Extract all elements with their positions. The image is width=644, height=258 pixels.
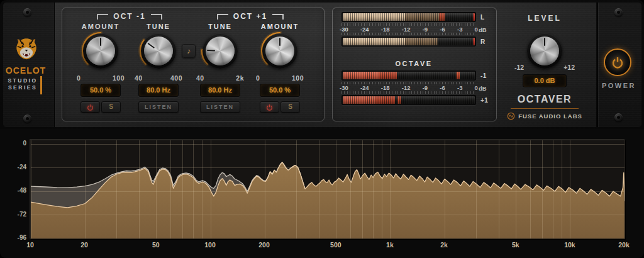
meter-scale-tick-label: 0 xyxy=(475,84,478,91)
knob-pointer xyxy=(207,50,215,52)
screw-icon xyxy=(23,8,31,16)
company-name: FUSE AUDIO LABS xyxy=(518,113,582,120)
bracket-icon xyxy=(151,14,162,20)
db-unit-label: dB xyxy=(479,26,491,33)
meter-scale-tick-label: -24 xyxy=(360,26,369,33)
level-min-label: -12 xyxy=(514,64,524,71)
analyzer-x-tick-label: 50 xyxy=(145,241,167,249)
bracket-icon xyxy=(97,14,108,20)
tune-link-button[interactable]: ♪ xyxy=(182,44,196,58)
oct1-amount-knob[interactable] xyxy=(80,31,121,71)
screw-icon xyxy=(614,113,623,121)
level-value[interactable]: 0.0 dB xyxy=(523,74,567,87)
meter-scale-tick-label: -24 xyxy=(360,84,369,91)
power-label: POWER xyxy=(595,82,643,89)
knob-max-label: 2k xyxy=(236,74,244,82)
analyzer-x-tick-label: 10 xyxy=(19,241,41,249)
octave-down-meter xyxy=(341,70,476,81)
oct1-amount-column: AMOUNT 0100 50.0 % S xyxy=(75,23,126,117)
oct1-listen-button[interactable]: LISTEN xyxy=(138,101,179,113)
oct2-power-button[interactable] xyxy=(260,101,279,113)
analyzer-x-tick-label: 200 xyxy=(253,241,275,249)
level-label: LEVEL xyxy=(507,14,582,23)
octave-meter-scale: -30-24-18-12-9-6-30 xyxy=(340,84,478,91)
spectrum-curves xyxy=(31,140,625,238)
logo-subtitle-series: SERIES xyxy=(6,84,39,91)
knob-pointer xyxy=(100,38,102,46)
meter-label-minus-1: -1 xyxy=(480,72,496,79)
oct1-tune-column: TUNE 40400 80.0 Hz LISTEN xyxy=(133,23,184,117)
meter-label-l: L xyxy=(480,14,496,21)
input-meter-right xyxy=(341,36,476,47)
spectrum-analyzer: 0-24-48-72-96 1020501002005001k2k5k10k20… xyxy=(0,129,644,258)
knob-min-label: 40 xyxy=(196,74,204,82)
octave-up-meter xyxy=(341,95,476,105)
meter-ticks xyxy=(341,91,476,94)
oct2-solo-button[interactable]: S xyxy=(280,101,300,113)
note-icon: ♪ xyxy=(187,47,191,55)
analyzer-x-tick-label: 10k xyxy=(559,241,580,249)
left-branding-panel xyxy=(3,3,55,127)
meter-scale-tick-label: 0 xyxy=(475,26,478,33)
analyzer-x-tick-label: 20 xyxy=(74,241,95,249)
oct1-tune-value[interactable]: 80.0 Hz xyxy=(138,84,179,97)
db-unit-label: dB xyxy=(479,85,491,92)
knob-pointer xyxy=(147,43,155,49)
analyzer-x-tick-label: 100 xyxy=(199,241,221,249)
oct2-tune-column: TUNE 402k 80.0 Hz LISTEN xyxy=(195,23,245,117)
analyzer-y-tick-label: -72 xyxy=(4,211,26,218)
analyzer-x-tick-label: 500 xyxy=(325,241,347,249)
oct2-amount-knob[interactable] xyxy=(260,31,300,71)
oct1-solo-button[interactable]: S xyxy=(101,101,121,113)
analyzer-y-tick-label: -48 xyxy=(4,187,26,194)
group-header-oct-plus-1: OCT +1 xyxy=(206,13,294,21)
oct1-tune-knob[interactable] xyxy=(138,31,179,71)
power-button[interactable] xyxy=(604,48,631,76)
octave-meters-title: OCTAVE xyxy=(332,60,496,67)
analyzer-y-tick-label: -24 xyxy=(4,164,26,171)
analyzer-x-tick-label: 2k xyxy=(433,241,455,249)
meter-scale-tick-label: -18 xyxy=(381,84,390,91)
product-name: OCTAVER xyxy=(507,94,582,105)
knob-min-label: 0 xyxy=(77,74,80,82)
bracket-icon xyxy=(272,14,284,20)
oct2-amount-value[interactable]: 50.0 % xyxy=(260,84,300,97)
meter-scale-tick-label: -3 xyxy=(457,84,462,91)
power-icon xyxy=(611,56,624,69)
oct2-amount-column: AMOUNT 0100 50.0 % S xyxy=(255,23,305,117)
logo-accent-bar xyxy=(40,76,42,94)
input-meter-left xyxy=(341,12,476,22)
meter-scale-tick-label: -12 xyxy=(402,26,411,33)
meter-scale-tick-label: -18 xyxy=(381,26,390,33)
screw-icon xyxy=(23,115,31,123)
meter-scale-tick-label: -9 xyxy=(423,84,428,91)
analyzer-x-tick-label: 5k xyxy=(505,241,526,249)
screw-icon xyxy=(614,8,623,16)
analyzer-x-tick-label: 20k xyxy=(613,241,635,249)
group-header-oct-minus-1: OCT -1 xyxy=(86,13,174,21)
knob-min-label: 0 xyxy=(256,74,260,82)
spectrum-plot xyxy=(30,140,625,239)
oct1-amount-value[interactable]: 50.0 % xyxy=(80,84,121,97)
oct2-tune-value[interactable]: 80.0 Hz xyxy=(200,84,240,97)
logo-subtitle-studio: STUDIO xyxy=(6,77,39,84)
knob-max-label: 100 xyxy=(113,74,125,82)
meter-scale-tick-label: -9 xyxy=(423,26,428,33)
oct1-power-button[interactable] xyxy=(80,101,100,113)
knob-max-label: 400 xyxy=(170,74,182,82)
fuse-audio-labs-icon xyxy=(507,112,515,120)
meter-label-plus-1: +1 xyxy=(480,97,496,104)
meter-label-r: R xyxy=(480,38,496,45)
oct2-tune-knob[interactable] xyxy=(200,31,240,71)
company-branding: FUSE AUDIO LABS xyxy=(503,111,586,120)
plugin-window: OCELOT STUDIO SERIES OCT -1 OCT +1 AMOUN… xyxy=(0,0,644,258)
meter-scale-tick-label: -6 xyxy=(440,84,445,91)
level-max-label: +12 xyxy=(564,64,575,71)
analyzer-x-tick-label: 1k xyxy=(379,241,401,249)
oct2-listen-button[interactable]: LISTEN xyxy=(200,101,240,113)
ocelot-wordmark: OCELOT xyxy=(5,65,47,76)
brand-divider xyxy=(511,108,579,109)
knob-min-label: 40 xyxy=(135,74,143,82)
meter-scale-tick-label: -6 xyxy=(440,26,445,33)
analyzer-y-tick-label: -96 xyxy=(4,234,26,241)
